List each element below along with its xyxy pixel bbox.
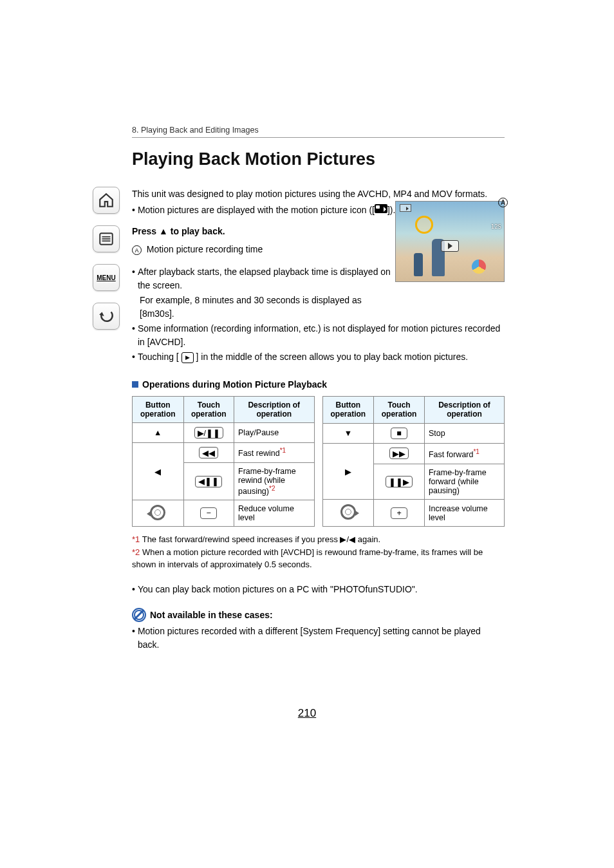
col-header: Touch operation [374, 397, 425, 424]
bullet: • [132, 265, 135, 292]
col-header: Description of operation [234, 397, 314, 423]
dial-left-icon [150, 505, 165, 520]
play-icon: ▶ [181, 352, 194, 364]
fast-forward-icon: ▶▶ [389, 448, 409, 459]
marker-a-line: A Motion picture recording time [132, 243, 393, 256]
playback-mode-icon [400, 204, 411, 212]
col-header: Button operation [322, 397, 374, 424]
page-title: Playing Back Motion Pictures [132, 149, 505, 169]
home-icon [98, 192, 115, 209]
play-overlay-icon [441, 240, 459, 252]
button-op: ▼ [322, 423, 374, 443]
menu-label: MENU [97, 274, 115, 281]
touch-op: ◀◀ [183, 443, 234, 463]
breadcrumb: 8. Playing Back and Editing Images [132, 126, 505, 138]
section-head: Operations during Motion Picture Playbac… [132, 379, 505, 390]
table-row: ◀ ◀◀ Fast rewind*1 [133, 443, 315, 463]
page-number[interactable]: 210 [298, 707, 316, 720]
op-desc: Reduce volume level [234, 500, 314, 527]
preview-duration: 12S [491, 223, 501, 230]
op-desc: Fast forward*1 [424, 444, 504, 464]
preview-thumbnail: A 12S [395, 201, 505, 282]
example-text: For example, 8 minutes and 30 seconds is… [140, 294, 393, 321]
op-desc: Frame-by-frame forward (while pausing) [424, 464, 504, 500]
touch-op: ◀❚❚ [183, 463, 234, 500]
touch-op: ❚❚▶ [374, 464, 425, 500]
bullet: • [132, 583, 135, 596]
dial-right-icon [340, 504, 356, 520]
intro-text: This unit was designed to play motion pi… [132, 187, 505, 201]
bullet: • [132, 322, 135, 349]
table-row: + Increase volume level [322, 500, 505, 527]
not-available-icon [132, 608, 146, 622]
bullet: • [132, 625, 135, 652]
stop-icon: ■ [391, 428, 407, 439]
square-bullet-icon [132, 381, 138, 388]
not-available-head: Not available in these cases: [132, 608, 505, 622]
marker-a-badge: A [498, 196, 508, 207]
touch-op: ▶▶ [374, 444, 425, 464]
button-op: ▲ [133, 423, 184, 443]
not-available-body: Motion pictures recorded with a differen… [138, 625, 505, 652]
operations-tables: Button operation Touch operation Descrip… [132, 396, 505, 527]
col-header: Touch operation [183, 397, 234, 423]
touch-op: ▶/❚❚ [183, 423, 234, 443]
toc-button[interactable] [93, 225, 120, 252]
op-desc: Play/Pause [234, 423, 314, 443]
table-row: − Reduce volume level [133, 500, 315, 527]
operations-table-left: Button operation Touch operation Descrip… [132, 396, 315, 527]
touch-op: ■ [374, 423, 425, 443]
button-op: ◀ [133, 443, 184, 500]
table-row: ▶ ▶▶ Fast forward*1 [322, 444, 505, 464]
op-desc: Fast rewind*1 [234, 443, 314, 463]
time-marker-icon [415, 216, 433, 234]
bullet: • [132, 350, 135, 364]
pc-note: You can play back motion pictures on a P… [138, 583, 418, 596]
op-desc: Frame-by-frame rewind (while pausing)*2 [234, 463, 314, 500]
icon-note: Motion pictures are displayed with the m… [138, 203, 396, 217]
back-arrow-icon [98, 308, 115, 325]
footnotes: *1 The fast forward/rewind speed increas… [132, 533, 505, 571]
touch-op: + [374, 500, 425, 527]
table-row: ▼ ■ Stop [322, 423, 505, 443]
fast-rewind-icon: ◀◀ [199, 447, 218, 458]
plus-icon: + [391, 507, 407, 519]
film-icon [375, 204, 387, 213]
button-op [133, 500, 184, 527]
col-header: Description of operation [424, 397, 504, 424]
avchd-note: Some information (recording information,… [138, 322, 505, 349]
frame-rewind-icon: ◀❚❚ [195, 476, 222, 487]
list-icon [98, 231, 115, 247]
table-row: ▲ ▶/❚❚ Play/Pause [133, 423, 315, 443]
col-header: Button operation [133, 397, 184, 423]
button-op: ▶ [322, 444, 374, 500]
figure-person [414, 253, 423, 276]
operations-table-right: Button operation Touch operation Descrip… [322, 396, 505, 527]
touch-op: − [183, 500, 234, 527]
bullet: • [132, 203, 135, 217]
button-op [322, 500, 374, 527]
home-button[interactable] [93, 187, 120, 214]
after-playback-text: After playback starts, the elapsed playb… [138, 265, 393, 292]
op-desc: Stop [424, 423, 504, 443]
op-desc: Increase volume level [424, 500, 504, 527]
back-button[interactable] [93, 303, 120, 330]
figure-ball [472, 259, 486, 274]
frame-forward-icon: ❚❚▶ [386, 476, 413, 487]
menu-button[interactable]: MENU [93, 264, 120, 291]
minus-icon: − [200, 507, 217, 519]
play-pause-icon: ▶/❚❚ [194, 427, 223, 439]
touch-note: Touching [ ▶ ] in the middle of the scre… [138, 350, 468, 364]
